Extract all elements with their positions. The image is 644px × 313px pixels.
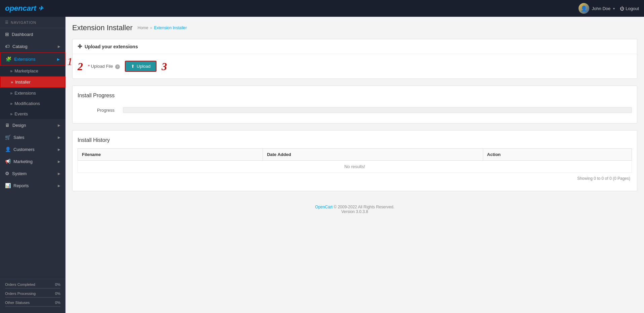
sidebar-item-events[interactable]: » Events — [0, 109, 65, 119]
stat-orders-processing-bar-bg — [5, 297, 60, 298]
main-content: Extension Installer Home » Extension Ins… — [65, 17, 644, 313]
layout: ☰ NAVIGATION ⊞ Dashboard 🏷 Catalog ▶ 🧩 E… — [0, 17, 644, 313]
sidebar-item-reports[interactable]: 📊 Reports ▶ — [0, 179, 65, 192]
history-table-head: Filename Date Added Action — [78, 149, 632, 161]
sidebar-item-dashboard[interactable]: ⊞ Dashboard — [0, 28, 65, 40]
logo-cart-icon: ✈ — [38, 5, 43, 12]
sidebar-item-marketplace-label: Marketplace — [14, 68, 38, 73]
sidebar-stats: Orders Completed 0% Orders Processing 0%… — [0, 279, 65, 313]
upload-card-header: ✚ Upload your extensions — [73, 39, 637, 54]
logo-text: opencart — [5, 4, 36, 13]
logo[interactable]: opencart ✈ — [5, 4, 43, 13]
sidebar-item-design[interactable]: 🖥 Design ▶ — [0, 119, 65, 131]
stat-orders-completed-value: 0% — [55, 282, 60, 286]
sales-arrow-icon: ▶ — [58, 136, 60, 139]
stat-other-statuses-value: 0% — [55, 301, 60, 305]
footer-brand: OpenCart — [315, 205, 332, 209]
stat-other-statuses-bar-bg — [5, 306, 60, 307]
modifications-bullet: » — [10, 101, 12, 106]
page-header: Extension Installer Home » Extension Ins… — [72, 23, 637, 32]
breadcrumb-separator: » — [150, 25, 152, 30]
progress-card-body: Install Progress Progress — [73, 86, 637, 123]
sidebar-item-system[interactable]: ⚙ System ▶ — [0, 167, 65, 179]
table-row-no-results: No results! — [78, 161, 632, 173]
extensions-sub-bullet: » — [10, 91, 12, 96]
sidebar-item-dashboard-left: ⊞ Dashboard — [5, 32, 33, 37]
history-card: Install History Filename Date Added Acti… — [72, 130, 637, 191]
sidebar-item-extensions[interactable]: 🧩 Extensions ▶ — [0, 52, 65, 66]
sidebar-item-catalog[interactable]: 🏷 Catalog ▶ — [0, 40, 65, 52]
sidebar-item-reports-label: Reports — [13, 183, 29, 188]
help-icon[interactable]: ? — [115, 64, 120, 69]
history-table-header-row: Filename Date Added Action — [78, 149, 632, 161]
sidebar-item-customers-label: Customers — [13, 147, 35, 152]
annotation-3: 3 — [162, 61, 167, 72]
progress-label: Progress — [78, 108, 118, 113]
sidebar-item-system-label: System — [12, 171, 27, 176]
user-dropdown-icon: ▾ — [613, 7, 615, 10]
nav-hamburger-icon: ☰ — [5, 20, 9, 24]
footer-version: Version 3.0.3.8 — [79, 209, 631, 214]
sidebar-item-catalog-label: Catalog — [12, 44, 28, 49]
catalog-arrow-icon: ▶ — [58, 45, 60, 48]
sidebar-item-customers[interactable]: 👤 Customers ▶ — [0, 143, 65, 155]
logout-button[interactable]: ⏻ Logout — [620, 6, 639, 11]
upload-row: 2 * Upload File ? ⬆ Upload 3 — [78, 61, 632, 72]
sidebar-item-marketing-left: 📢 Marketing — [5, 159, 33, 164]
installer-bullet: » — [11, 80, 13, 85]
sidebar: ☰ NAVIGATION ⊞ Dashboard 🏷 Catalog ▶ 🧩 E… — [0, 17, 65, 313]
progress-card: Install Progress Progress — [72, 86, 637, 123]
events-bullet: » — [10, 111, 12, 116]
sidebar-item-system-left: ⚙ System — [5, 171, 27, 176]
sidebar-item-modifications[interactable]: » Modifications — [0, 98, 65, 109]
user-info[interactable]: 👤 John Doe ▾ — [579, 3, 615, 14]
progress-row: Progress — [78, 104, 632, 116]
no-results-cell: No results! — [78, 161, 632, 173]
stat-orders-completed-label: Orders Completed — [5, 282, 35, 286]
sidebar-item-marketing[interactable]: 📢 Marketing ▶ — [0, 155, 65, 167]
history-table-body: No results! — [78, 161, 632, 173]
customers-icon: 👤 — [5, 147, 11, 152]
upload-file-label: * Upload File ? — [88, 64, 120, 69]
col-filename: Filename — [78, 149, 263, 161]
stat-orders-completed-bar-bg — [5, 288, 60, 289]
sidebar-item-events-label: Events — [14, 111, 28, 116]
stat-orders-completed-row: Orders Completed 0% — [5, 282, 60, 286]
sidebar-item-sales-label: Sales — [13, 135, 25, 140]
upload-button[interactable]: ⬆ Upload — [125, 61, 156, 72]
logout-label: Logout — [626, 6, 639, 11]
stat-orders-processing-row: Orders Processing 0% — [5, 292, 60, 296]
customers-arrow-icon: ▶ — [58, 148, 60, 151]
extensions-submenu: » Marketplace » Installer » Extensions »… — [0, 66, 65, 119]
upload-button-label: Upload — [137, 64, 150, 69]
stat-orders-processing-label: Orders Processing — [5, 292, 36, 296]
sidebar-item-marketplace[interactable]: » Marketplace — [0, 66, 65, 76]
footer-brand-link[interactable]: OpenCart — [315, 205, 332, 209]
sidebar-item-dashboard-label: Dashboard — [12, 32, 33, 37]
top-navbar: opencart ✈ 👤 John Doe ▾ ⏻ Logout — [0, 0, 644, 17]
breadcrumb-home[interactable]: Home — [138, 25, 148, 30]
top-right: 👤 John Doe ▾ ⏻ Logout — [579, 3, 639, 14]
history-table: Filename Date Added Action No results! — [78, 148, 632, 173]
annotation-2: 2 — [78, 61, 83, 72]
upload-card-header-title: Upload your extensions — [85, 44, 138, 49]
reports-icon: 📊 — [5, 183, 11, 188]
marketplace-bullet: » — [10, 68, 12, 73]
sidebar-item-extensions-sub[interactable]: » Extensions — [0, 88, 65, 98]
sidebar-item-extensions-label: Extensions — [14, 57, 36, 62]
extensions-icon: 🧩 — [6, 56, 11, 62]
sidebar-item-installer[interactable]: » Installer — [0, 76, 65, 88]
history-title: Install History — [78, 137, 632, 143]
stat-other-statuses-label: Other Statuses — [5, 301, 30, 305]
design-icon: 🖥 — [5, 122, 10, 128]
sidebar-item-design-label: Design — [12, 123, 26, 128]
logout-icon: ⏻ — [620, 6, 624, 11]
stat-orders-processing-value: 0% — [55, 292, 60, 296]
history-card-body: Install History Filename Date Added Acti… — [73, 131, 637, 191]
marketing-icon: 📢 — [5, 159, 11, 164]
footer-line1: OpenCart © 2009-2022 All Rights Reserved… — [79, 205, 631, 209]
sidebar-item-sales-left: 🛒 Sales — [5, 135, 25, 140]
sidebar-item-sales[interactable]: 🛒 Sales ▶ — [0, 131, 65, 143]
catalog-icon: 🏷 — [5, 44, 10, 49]
sidebar-item-marketing-label: Marketing — [13, 159, 33, 164]
